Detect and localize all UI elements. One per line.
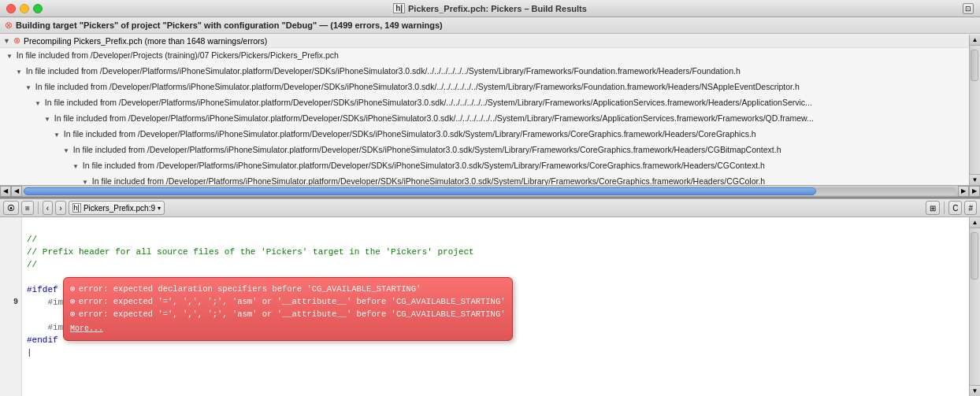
editor-vscroll-up-button[interactable]: ▲	[970, 217, 980, 228]
filename-selector[interactable]: h| Pickers_Prefix.pch:9 ▾	[69, 201, 165, 215]
line-num: 9	[0, 296, 21, 309]
window-title: h| Pickers_Prefix.pch: Pickers – Build R…	[393, 3, 587, 13]
error-popup-item: ⊗ error: expected '=', ',', ';', 'asm' o…	[70, 308, 506, 320]
line-num	[0, 258, 21, 271]
file-path-text: In file included from /Developer/Platfor…	[73, 145, 781, 154]
editor-right-scrollbar: ▲ ▼	[969, 217, 980, 396]
scroll-next-button[interactable]: ▶	[958, 186, 969, 197]
vscroll-thumb[interactable]	[971, 50, 978, 81]
filename-label: Pickers_Prefix.pch:9	[84, 204, 155, 213]
build-header-text: Building target "Pickers" of project "Pi…	[16, 20, 443, 30]
horizontal-scrollbar: ◀ ◀ ▶ ▶	[0, 185, 980, 197]
line-num	[0, 309, 21, 321]
scroll-right-button[interactable]: ▶	[969, 186, 980, 197]
editor-vscroll-down-button[interactable]: ▼	[970, 385, 980, 396]
error-popup: ⊗ error: expected declaration specifiers…	[63, 277, 513, 341]
line-num	[0, 334, 21, 346]
scroll-track[interactable]	[24, 187, 956, 195]
line-num	[0, 283, 21, 296]
list-item[interactable]: ▼ In file included from /Developer/Platf…	[0, 95, 980, 111]
lock-button[interactable]: C	[948, 201, 962, 215]
precompile-section-header[interactable]: ▼ ⊗ Precompiling Pickers_Prefix.pch (mor…	[0, 34, 980, 48]
code-editor-container: 9 // // Prefix header for all source fil…	[0, 217, 980, 396]
separator	[38, 202, 39, 214]
vscroll-up-button[interactable]: ▲	[970, 35, 980, 46]
file-doc-icon: h|	[72, 203, 81, 213]
scroll-prev-button[interactable]: ◀	[11, 186, 22, 197]
minimize-button[interactable]	[20, 4, 29, 13]
build-right-scrollbar: ▲ ▼	[969, 35, 980, 185]
code-content[interactable]: // // Prefix header for all source files…	[22, 217, 969, 396]
error-popup-text: error: expected declaration specifiers b…	[79, 283, 421, 295]
nav-prev-icon: ‹	[46, 204, 49, 213]
file-path-text: In file included from /Developer/Platfor…	[45, 98, 812, 107]
list-item[interactable]: ▼ In file included from /Developer/Platf…	[0, 158, 980, 174]
nav-next-button[interactable]: ›	[55, 201, 65, 215]
list-item[interactable]: ▼ In file included from /Developer/Platf…	[0, 64, 980, 80]
bookmark-button[interactable]: ≡	[21, 201, 34, 215]
breakpoint-button[interactable]: ⦿	[3, 201, 19, 215]
error-popup-icon: ⊗	[70, 295, 76, 308]
tree-triangle: ▼	[25, 84, 32, 91]
tree-triangle: ▼	[35, 100, 41, 107]
more-link[interactable]: More...	[70, 323, 506, 335]
scroll-left-button[interactable]: ◀	[0, 186, 11, 197]
tree-triangle: ▼	[63, 147, 69, 154]
build-error-icon: ⊗	[5, 20, 13, 31]
bookmark-icon: ≡	[25, 204, 30, 213]
error-popup-text: error: expected '=', ',', ';', 'asm' or …	[79, 295, 506, 308]
editor-vscroll-thumb[interactable]	[971, 232, 978, 279]
error-popup-icon: ⊗	[70, 283, 76, 295]
code-editor[interactable]: 9 // // Prefix header for all source fil…	[0, 217, 969, 396]
code-line	[27, 220, 964, 233]
tree-triangle: ▼	[82, 179, 88, 185]
list-item[interactable]: ▼ In file included from /Developer/Proje…	[0, 48, 980, 64]
line-num	[0, 246, 21, 258]
errors-list: ▼ ⊗ Precompiling Pickers_Prefix.pch (mor…	[0, 34, 980, 185]
main-area: ⊗ Building target "Pickers" of project "…	[0, 17, 980, 396]
file-icon: h|	[393, 3, 405, 13]
list-item[interactable]: ▼ In file included from /Developer/Platf…	[0, 142, 980, 158]
editor-area: ⦿ ≡ ‹ › h| Pickers_Prefix.pch:9 ▾	[0, 198, 980, 396]
expand-button[interactable]: ⊡	[963, 3, 974, 14]
error-popup-text: error: expected '=', ',', ';', 'asm' or …	[79, 308, 506, 320]
file-path-text: In file included from /Developer/Platfor…	[83, 161, 765, 170]
collapse-triangle: ▼	[3, 37, 10, 45]
file-path-text: In file included from /Developer/Project…	[17, 50, 339, 60]
maximize-button[interactable]	[33, 4, 43, 13]
vscroll-down-button[interactable]: ▼	[970, 174, 980, 185]
titlebar-right: ⊡	[963, 3, 974, 14]
tree-triangle: ▼	[54, 131, 60, 139]
editor-toolbar: ⦿ ≡ ‹ › h| Pickers_Prefix.pch:9 ▾	[0, 198, 980, 217]
file-path-text: In file included from /Developer/Platfor…	[54, 113, 814, 123]
line-num	[0, 271, 21, 283]
list-item[interactable]: ▼ In file included from /Developer/Platf…	[0, 80, 980, 95]
build-header: ⊗ Building target "Pickers" of project "…	[0, 17, 980, 34]
col-button[interactable]: #	[964, 201, 977, 215]
nav-prev-button[interactable]: ‹	[43, 201, 53, 215]
precompile-error-icon: ⊗	[13, 35, 20, 46]
build-results-area: ⊗ Building target "Pickers" of project "…	[0, 17, 980, 198]
tree-triangle: ▼	[72, 163, 79, 170]
window-controls	[6, 4, 43, 13]
precompile-label: Precompiling Pickers_Prefix.pch (more th…	[24, 36, 267, 46]
file-path-text: In file included from /Developer/Platfor…	[92, 176, 765, 185]
file-tree: ▼ In file included from /Developer/Proje…	[0, 48, 980, 185]
filename-chevron-icon: ▾	[158, 205, 161, 212]
list-item[interactable]: ▼ In file included from /Developer/Platf…	[0, 127, 980, 142]
code-line: // Prefix header for all source files of…	[27, 246, 964, 258]
close-button[interactable]	[6, 4, 16, 13]
list-item[interactable]: ▼ In file included from /Developer/Platf…	[0, 111, 980, 127]
list-item[interactable]: ▼ In file included from /Developer/Platf…	[0, 174, 980, 185]
code-line: |	[27, 346, 964, 359]
error-popup-icon: ⊗	[70, 308, 76, 320]
line-num	[0, 220, 21, 233]
tree-triangle: ▼	[16, 68, 22, 76]
nav-next-icon: ›	[59, 204, 61, 213]
vscroll-track	[970, 46, 980, 174]
jump-button[interactable]: ⊞	[926, 201, 940, 215]
scroll-thumb[interactable]	[24, 187, 816, 195]
code-line: //	[27, 233, 964, 246]
line-numbers: 9	[0, 217, 22, 396]
tree-triangle: ▼	[44, 116, 50, 123]
